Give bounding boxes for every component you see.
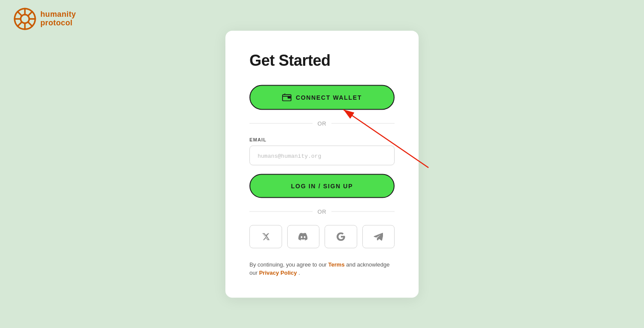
email-label: EMAIL <box>249 137 395 142</box>
svg-rect-11 <box>288 96 291 98</box>
or-divider-1: OR <box>249 120 395 126</box>
google-button[interactable] <box>325 225 357 248</box>
wallet-icon <box>282 93 292 101</box>
x-twitter-icon <box>261 232 270 241</box>
logo-icon <box>14 8 36 30</box>
discord-icon <box>298 233 308 240</box>
email-input[interactable] <box>249 145 395 165</box>
login-card: Get Started CONNECT WALLET OR EMAIL LOG … <box>225 31 419 297</box>
divider-line-left-2 <box>249 211 313 212</box>
social-buttons <box>249 225 395 248</box>
terms-text: By continuing, you agree to our Terms an… <box>249 260 395 277</box>
login-label: LOG IN / SIGN UP <box>291 182 353 189</box>
svg-line-6 <box>18 12 22 16</box>
connect-wallet-button[interactable]: CONNECT WALLET <box>249 85 395 110</box>
logo-line1: humanity <box>40 10 76 19</box>
logo: humanity protocol <box>14 8 76 30</box>
telegram-icon <box>374 232 383 241</box>
twitter-button[interactable] <box>249 225 282 248</box>
terms-suffix: . <box>298 270 300 276</box>
privacy-policy-link[interactable]: Privacy Policy <box>259 270 297 276</box>
telegram-button[interactable] <box>362 225 395 248</box>
divider-line-right-2 <box>331 211 395 212</box>
discord-button[interactable] <box>287 225 320 248</box>
or-divider-2: OR <box>249 208 395 215</box>
divider-line-left <box>249 123 313 123</box>
svg-line-9 <box>18 22 22 27</box>
svg-line-8 <box>28 12 33 16</box>
google-icon <box>337 232 345 241</box>
card-title: Get Started <box>249 51 395 69</box>
terms-prefix: By continuing, you agree to our <box>249 261 328 267</box>
svg-line-7 <box>28 22 33 27</box>
logo-line2: protocol <box>40 19 76 28</box>
logo-text: humanity protocol <box>40 10 76 28</box>
or-text-1: OR <box>318 120 327 126</box>
login-signup-button[interactable]: LOG IN / SIGN UP <box>249 174 395 198</box>
divider-line-right <box>331 123 395 123</box>
connect-wallet-label: CONNECT WALLET <box>296 94 362 101</box>
or-text-2: OR <box>318 208 327 215</box>
terms-link[interactable]: Terms <box>328 261 345 267</box>
